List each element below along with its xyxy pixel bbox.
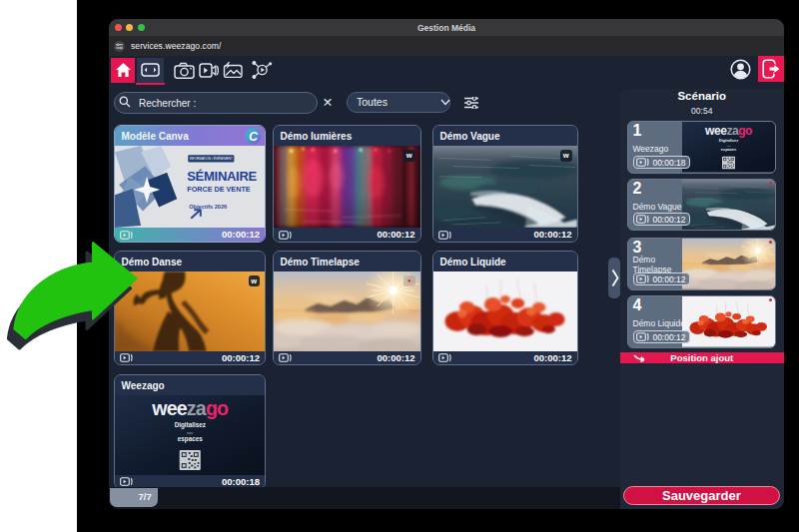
svg-text:C: C: [248, 130, 258, 144]
